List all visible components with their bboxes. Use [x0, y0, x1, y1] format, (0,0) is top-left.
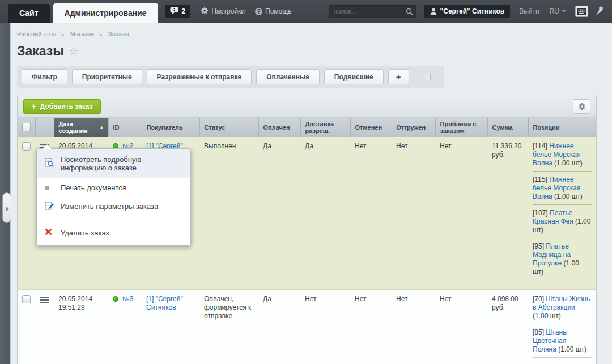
collapsed-sidebar — [0, 23, 11, 364]
row-menu-column-header — [35, 118, 54, 137]
position-qty: (1.00 шт) — [558, 345, 586, 353]
column-header-id[interactable]: ID — [108, 118, 142, 137]
column-header-date[interactable]: Дата создания▲ — [54, 118, 108, 137]
column-header-shipped[interactable]: Отгружен — [392, 118, 435, 137]
filter-button[interactable]: Фильтр — [22, 69, 67, 84]
position-code: [115] — [533, 175, 547, 183]
position-item: [114] Нижнее белье Морская Волна (1.00 ш… — [533, 142, 592, 172]
breadcrumb: Рабочий стол ▸ Магазин ▸ Заказы — [17, 31, 597, 37]
column-header-paid[interactable]: Оплачен — [258, 118, 300, 137]
position-qty: (1.00 шт) — [554, 159, 583, 167]
gear-icon — [201, 7, 209, 16]
problem-flag: Нет — [435, 137, 487, 290]
position-item: [85] Штаны Цветочная Поляна (1.00 шт) — [533, 328, 592, 358]
help-menu[interactable]: ? Помощь — [255, 7, 291, 15]
search-icon — [406, 8, 413, 15]
pin-icon[interactable] — [595, 6, 604, 18]
breadcrumb-orders[interactable]: Заказы — [108, 31, 129, 37]
position-item: [115] Нижнее белье Морская Волна (1.00 ш… — [533, 175, 592, 205]
menu-item-view-order[interactable]: Посмотреть подробную информацию о заказе — [37, 149, 190, 178]
panel-toolbar: + Добавить заказ — [18, 95, 596, 118]
table-header-row: Дата создания▲ ID Покупатель Статус Опла… — [18, 118, 596, 137]
settings-menu[interactable]: Настройки — [201, 7, 245, 16]
add-filter-button[interactable]: + — [388, 69, 409, 84]
position-code: [114] — [533, 142, 547, 150]
message-bubble-icon — [170, 6, 178, 16]
column-header-problem[interactable]: Проблема с заказом — [435, 118, 487, 137]
position-code: [70] — [533, 295, 544, 303]
order-positions: [114] Нижнее белье Морская Волна (1.00 ш… — [528, 137, 596, 290]
favorite-star-icon[interactable]: ☆ — [69, 45, 78, 58]
column-header-positions[interactable]: Позиции — [528, 118, 596, 137]
order-sum: 4 098.00руб. — [487, 290, 528, 364]
breadcrumb-shop[interactable]: Магазин — [70, 31, 94, 37]
order-id-link[interactable]: №3 — [122, 295, 134, 303]
position-qty: (1.00 шт) — [554, 192, 583, 200]
sort-asc-icon: ▲ — [100, 125, 104, 130]
breadcrumb-desktop[interactable]: Рабочий стол — [17, 31, 56, 37]
select-all-checkbox[interactable] — [22, 123, 31, 131]
order-status-dot-icon — [113, 296, 118, 302]
filter-suspended[interactable]: Подвисшие — [324, 69, 384, 84]
filter-bar: Фильтр Приоритетные Разрешенные к отправ… — [17, 66, 444, 88]
order-context-menu: Посмотреть подробную информацию о заказе… — [36, 148, 191, 246]
notifications-count: 2 — [182, 7, 186, 15]
order-status: Оплачен, формируется к отправке — [199, 290, 258, 364]
delete-order-icon — [45, 228, 52, 237]
tab-administration[interactable]: Администрирование — [53, 3, 158, 23]
column-header-sum[interactable]: Сумма — [487, 118, 528, 137]
top-bar: Сайт Администрирование 2 Настройки ? Пом… — [0, 0, 612, 23]
logout-link[interactable]: Выйти — [519, 7, 539, 15]
shipped-flag: Нет — [392, 290, 435, 364]
notifications-button[interactable]: 2 — [165, 5, 191, 18]
order-status: Выполнен — [199, 137, 258, 290]
buyer-link[interactable]: [1] "Сергей" Ситников — [146, 295, 183, 311]
view-details-icon — [45, 158, 54, 169]
user-button[interactable]: "Сергей" Ситников — [424, 5, 511, 18]
filter-paid[interactable]: Оплаченные — [256, 69, 320, 84]
keyboard-icon — [577, 8, 586, 15]
context-menu-arrow — [42, 144, 52, 149]
gear-icon — [578, 102, 586, 110]
chevron-down-icon — [562, 10, 566, 12]
language-selector[interactable]: RU — [550, 7, 566, 15]
filter-settings-icon[interactable] — [424, 74, 431, 80]
column-header-status[interactable]: Статус — [199, 118, 258, 137]
row-checkbox[interactable] — [22, 295, 31, 303]
paid-flag: Да — [258, 137, 300, 290]
sidebar-expand-handle[interactable] — [2, 192, 11, 223]
position-item: [95] Платье Модница на Прогулке (1.00 шт… — [533, 242, 592, 280]
position-item: [107] Платье Красная Фея (1.00 шт) — [533, 209, 592, 238]
tab-site[interactable]: Сайт — [8, 4, 50, 23]
hotkeys-button[interactable] — [575, 6, 588, 17]
breadcrumb-separator-icon: ▸ — [100, 32, 103, 37]
delivery-allowed-flag: Да — [300, 137, 350, 290]
help-icon: ? — [255, 8, 262, 15]
paid-flag: Да — [258, 290, 300, 364]
row-actions-icon[interactable] — [40, 295, 49, 305]
language-label: RU — [550, 7, 559, 15]
order-date: 20.05.201419:51:29 — [54, 290, 108, 364]
filter-priority[interactable]: Приоритетные — [72, 69, 142, 84]
search-box — [329, 5, 416, 18]
page-title: Заказы — [17, 44, 64, 59]
column-header-buyer[interactable]: Покупатель — [142, 118, 199, 137]
column-header-canceled[interactable]: Отменен — [350, 118, 392, 137]
position-code: [95] — [533, 242, 544, 250]
menu-item-delete-order[interactable]: Удалить заказ — [37, 222, 190, 243]
search-input[interactable] — [329, 5, 416, 18]
table-settings-button[interactable] — [573, 99, 590, 114]
add-order-button[interactable]: + Добавить заказ — [23, 99, 101, 114]
position-qty: (1.00 шт) — [533, 312, 561, 320]
row-checkbox[interactable] — [22, 142, 31, 151]
breadcrumb-separator-icon: ▸ — [62, 32, 65, 37]
filter-allowed-shipment[interactable]: Разрешенные к отправке — [147, 69, 252, 84]
column-header-delivery[interactable]: Доставка разреш. — [300, 118, 350, 137]
menu-item-edit-order[interactable]: Изменить параметры заказа — [37, 197, 190, 216]
table-row: 20.05.201419:51:29№3[1] "Сергей" Ситнико… — [18, 290, 596, 364]
order-positions: [70] Штаны Жизнь в Абстракции (1.00 шт)[… — [528, 290, 596, 364]
plus-icon: + — [31, 101, 36, 111]
user-icon — [430, 8, 437, 15]
menu-item-print-documents[interactable]: Печать документов — [37, 178, 190, 197]
settings-label: Настройки — [211, 7, 245, 15]
